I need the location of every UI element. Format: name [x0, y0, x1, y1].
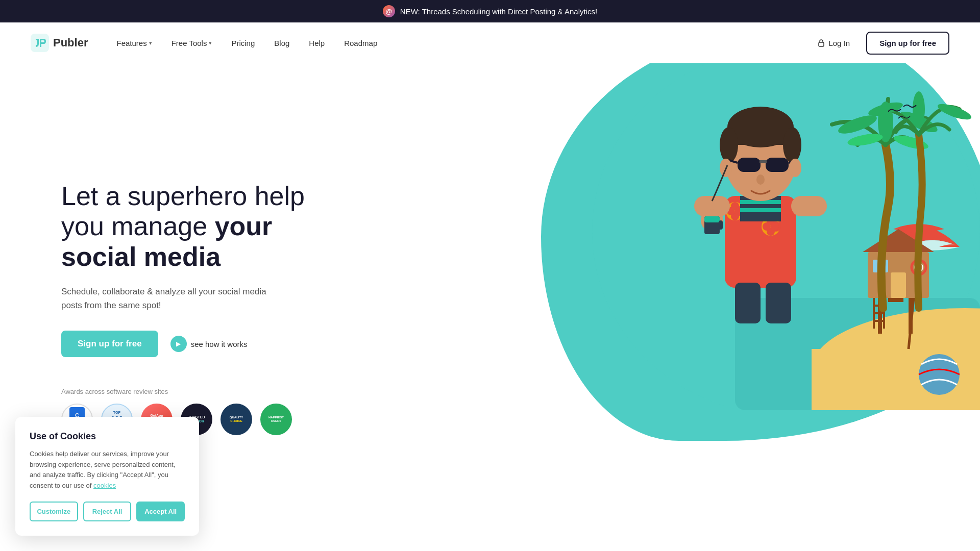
hero-subtitle: Schedule, collaborate & analyze all your… [61, 285, 276, 312]
svg-point-35 [771, 222, 779, 231]
cookie-text: Cookies help deliver our services, impro… [30, 449, 185, 491]
svg-rect-58 [735, 283, 761, 323]
svg-rect-51 [766, 158, 789, 172]
play-icon: ▶ [170, 336, 187, 352]
nav-blog-label: Blog [274, 39, 289, 47]
accept-all-button[interactable]: Accept All [136, 502, 185, 521]
customize-button[interactable]: Customize [30, 502, 78, 521]
svg-rect-44 [719, 220, 723, 230]
see-how-label: see how it works [191, 340, 248, 348]
hero-content: Let a superhero helpyou manage yoursocia… [61, 181, 305, 436]
svg-rect-9 [909, 293, 913, 334]
svg-rect-10 [888, 298, 903, 302]
nav-features-label: Features [116, 39, 146, 47]
award-badge-happiest: HAPPIEST USERS [260, 404, 292, 435]
svg-rect-59 [766, 283, 791, 323]
cookie-banner: Use of Cookies Cookies help deliver our … [15, 417, 199, 536]
nav-pricing-label: Pricing [231, 39, 255, 47]
svg-rect-52 [760, 160, 767, 163]
logo-text: Publer [53, 36, 88, 49]
announcement-text: NEW: Threads Scheduling with Direct Post… [400, 7, 597, 16]
logo[interactable]: Publer [31, 34, 88, 52]
svg-rect-40 [791, 196, 827, 216]
logo-icon [31, 34, 49, 52]
customize-label: Customize [37, 508, 70, 515]
chevron-down-icon: ▾ [149, 40, 152, 46]
nav-blog[interactable]: Blog [266, 35, 298, 52]
cookie-link-text: cookies [93, 482, 116, 489]
threads-icon: @ [383, 5, 395, 17]
nav-help-label: Help [309, 39, 325, 47]
login-label: Log In [828, 39, 850, 47]
hero-cta: Sign up for free ▶ see how it works [61, 331, 305, 357]
hero-illustration [582, 63, 980, 551]
nav-roadmap[interactable]: Roadmap [336, 35, 385, 52]
award-badge-quality: QUALITY CHOICE [220, 404, 252, 435]
svg-rect-13 [891, 272, 906, 298]
svg-rect-50 [738, 158, 761, 172]
svg-point-49 [783, 127, 801, 163]
header-signup-button[interactable]: Sign up for free [866, 32, 949, 55]
birds-decoration [888, 104, 919, 127]
nav: Features ▾ Free Tools ▾ Pricing Blog Hel… [108, 35, 809, 52]
svg-rect-1 [819, 42, 824, 46]
svg-rect-43 [704, 216, 720, 222]
hero-signup-button[interactable]: Sign up for free [61, 331, 158, 357]
svg-point-55 [756, 174, 765, 185]
hero-signup-label: Sign up for free [78, 339, 142, 348]
awards-label: Awards across software review sites [61, 388, 305, 395]
svg-point-57 [789, 159, 801, 177]
hero-title: Let a superhero helpyou manage yoursocia… [61, 181, 305, 272]
svg-point-34 [763, 222, 771, 231]
accept-label: Accept All [144, 508, 177, 515]
nav-pricing[interactable]: Pricing [223, 35, 263, 52]
lock-icon [817, 39, 825, 47]
svg-point-48 [720, 127, 738, 163]
cookie-title: Use of Cookies [30, 431, 185, 442]
svg-rect-21 [873, 320, 885, 322]
reject-all-button[interactable]: Reject All [83, 502, 132, 521]
see-how-button[interactable]: ▶ see how it works [170, 336, 248, 352]
header: Publer Features ▾ Free Tools ▾ Pricing B… [0, 22, 980, 63]
svg-point-66 [936, 101, 973, 123]
cookies-link[interactable]: cookies [93, 482, 116, 489]
svg-point-22 [919, 354, 960, 395]
login-button[interactable]: Log In [809, 35, 858, 52]
header-signup-label: Sign up for free [879, 39, 936, 47]
cookie-actions: Customize Reject All Accept All [30, 502, 185, 521]
nav-free-tools-label: Free Tools [172, 39, 207, 47]
nav-free-tools[interactable]: Free Tools ▾ [163, 35, 220, 52]
beach-scene-svg [582, 63, 980, 410]
nav-actions: Log In Sign up for free [809, 32, 949, 55]
svg-rect-38 [740, 208, 781, 212]
nav-roadmap-label: Roadmap [344, 39, 377, 47]
nav-features[interactable]: Features ▾ [108, 35, 160, 52]
nav-help[interactable]: Help [301, 35, 333, 52]
svg-rect-20 [873, 312, 885, 314]
announcement-bar: @ NEW: Threads Scheduling with Direct Po… [0, 0, 980, 22]
chevron-down-icon: ▾ [209, 40, 212, 46]
reject-label: Reject All [92, 508, 122, 515]
